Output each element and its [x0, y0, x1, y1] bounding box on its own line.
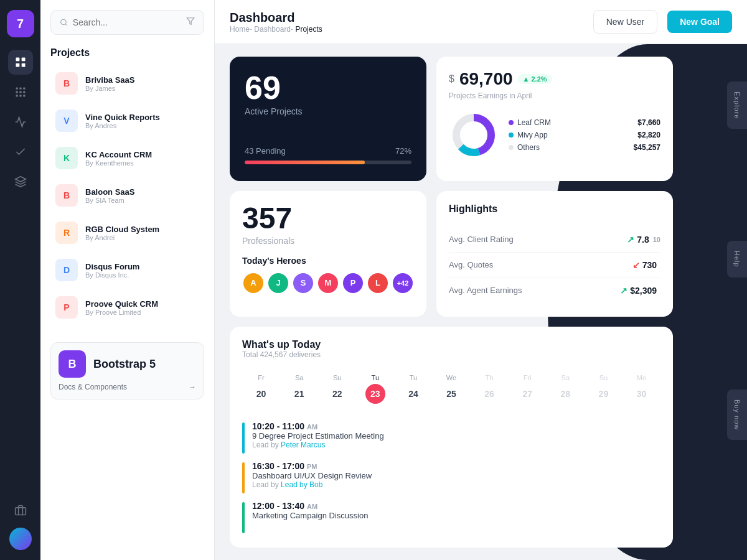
- svg-rect-9: [23, 91, 25, 93]
- nav-icon-apps[interactable]: [8, 80, 33, 105]
- main: Dashboard Home- Dashboard- Projects New …: [215, 0, 747, 560]
- project-name: KC Account CRM: [85, 150, 152, 159]
- event-lead: Lead by Peter Marcus: [252, 441, 384, 449]
- pending-label: 43 Pending: [245, 146, 286, 156]
- day-number: 20: [251, 384, 271, 404]
- event-time: 12:00 - 13:40 AM: [252, 501, 368, 511]
- project-list: B Briviba SaaS By James V Vine Quick Rep…: [50, 66, 204, 327]
- legend-name: Leaf CRM: [517, 118, 634, 127]
- legend-dot: [509, 145, 514, 150]
- event-time: 10:20 - 11:00 AM: [252, 421, 384, 431]
- project-info: Baloon SaaS By SIA Team: [85, 187, 134, 204]
- calendar-day[interactable]: Fri 27: [509, 369, 547, 409]
- project-logo: D: [55, 259, 78, 281]
- project-by: By Proove Limited: [85, 309, 158, 316]
- calendar-day[interactable]: Tu 23: [356, 369, 394, 409]
- calendar-day[interactable]: Sa 21: [280, 369, 318, 409]
- avatar: S: [292, 272, 314, 294]
- calendar-day[interactable]: Su 22: [318, 369, 356, 409]
- event-name: 9 Degree Project Estimation Meeting: [252, 431, 384, 441]
- help-tab[interactable]: Help: [727, 241, 747, 278]
- day-name: Sa: [549, 374, 582, 381]
- day-name: Su: [587, 374, 620, 381]
- nav-icon-chart[interactable]: [8, 110, 33, 134]
- sidebar: Projects B Briviba SaaS By James V Vine …: [40, 0, 215, 560]
- day-name: Th: [473, 374, 506, 381]
- project-info: KC Account CRM By Keenthemes: [85, 150, 152, 167]
- highlight-label: Avg. Agent Earnings: [449, 286, 522, 295]
- calendar-day[interactable]: Sa 28: [547, 369, 585, 409]
- user-avatar[interactable]: [9, 528, 32, 550]
- nav-icon-grid[interactable]: [8, 50, 33, 75]
- event-name: Dashboard UI/UX Design Review: [252, 471, 372, 480]
- project-item[interactable]: V Vine Quick Reports By Andres: [50, 103, 204, 138]
- nav-icon-briefcase[interactable]: [8, 498, 33, 523]
- nav-icon-check[interactable]: [8, 139, 33, 164]
- day-number: 26: [479, 384, 499, 404]
- search-input[interactable]: [73, 17, 181, 27]
- calendar-day[interactable]: Tu 24: [394, 369, 432, 409]
- project-item[interactable]: K KC Account CRM By Keenthemes: [50, 141, 204, 175]
- breadcrumb: Home- Dashboard- Projects: [230, 25, 583, 34]
- legend-dot: [509, 133, 514, 138]
- buy-now-tab[interactable]: Buy now: [727, 390, 747, 440]
- avatars-row: AJSMPL+42: [242, 272, 414, 294]
- calendar-day[interactable]: We 25: [432, 369, 470, 409]
- avatar: J: [267, 272, 289, 294]
- day-number: 28: [555, 384, 575, 404]
- right-sidebar: Explore Help Buy now: [629, 44, 747, 560]
- new-user-button[interactable]: New User: [593, 10, 657, 34]
- event-person-link[interactable]: Peter Marcus: [281, 441, 325, 449]
- day-name: Tu: [359, 374, 392, 381]
- event-details: 12:00 - 13:40 AM Marketing Campaign Disc…: [252, 501, 368, 520]
- content-wrapper: Explore Help Buy now 69 Active Projects …: [215, 44, 747, 560]
- svg-rect-3: [21, 63, 25, 67]
- day-name: Tu: [397, 374, 430, 381]
- project-logo: K: [55, 147, 78, 169]
- event-indicator: [242, 502, 245, 533]
- today-title: What's up Today: [242, 339, 660, 350]
- nav-icon-layers[interactable]: [8, 169, 33, 194]
- project-info: RGB Cloud System By Andrei: [85, 225, 159, 241]
- calendar-row: Fr 20 Sa 21 Su 22 Tu 23 Tu 24 We 25 Th 2…: [242, 369, 660, 409]
- active-projects-card: 69 Active Projects 43 Pending 72%: [230, 57, 426, 181]
- day-name: Fri: [511, 374, 544, 381]
- project-logo: P: [55, 296, 78, 319]
- highlight-label: Avg. Quotes: [449, 260, 493, 269]
- project-item[interactable]: P Proove Quick CRM By Proove Limited: [50, 290, 204, 325]
- filter-icon[interactable]: [186, 17, 195, 28]
- calendar-day[interactable]: Su 29: [585, 369, 622, 409]
- svg-rect-0: [16, 58, 19, 62]
- event-person-link[interactable]: Lead by Bob: [281, 480, 322, 489]
- explore-tab[interactable]: Explore: [727, 82, 747, 129]
- progress-fill: [245, 161, 365, 164]
- day-number: 25: [441, 384, 461, 404]
- page-title: Dashboard: [230, 11, 583, 25]
- calendar-day[interactable]: Fr 20: [242, 369, 280, 409]
- today-card: What's up Today Total 424,567 deliveries…: [230, 327, 673, 548]
- day-number: 22: [327, 384, 347, 404]
- project-item[interactable]: R RGB Cloud System By Andrei: [50, 215, 204, 250]
- progress-pct: 72%: [395, 146, 411, 156]
- svg-rect-10: [16, 95, 17, 96]
- logo-badge[interactable]: 7: [7, 10, 34, 37]
- project-item[interactable]: B Briviba SaaS By James: [50, 66, 204, 101]
- svg-rect-7: [16, 91, 17, 93]
- project-item[interactable]: D Disqus Forum By Disqus Inc.: [50, 253, 204, 287]
- pro-count: 357: [242, 203, 414, 233]
- new-goal-button[interactable]: New Goal: [667, 11, 732, 33]
- day-number: 24: [403, 384, 423, 404]
- project-logo: R: [55, 222, 78, 244]
- project-name: Briviba SaaS: [85, 75, 135, 85]
- project-item[interactable]: B Baloon SaaS By SIA Team: [50, 178, 204, 213]
- project-by: By Keenthemes: [85, 159, 152, 167]
- calendar-day[interactable]: Th 26: [471, 369, 509, 409]
- event-indicator: [242, 462, 245, 493]
- project-name: Vine Quick Reports: [85, 113, 160, 122]
- professionals-card: 357 Professionals Today's Heroes AJSMPL+…: [230, 191, 426, 317]
- svg-marker-13: [15, 177, 26, 182]
- earnings-value: 69,700: [459, 69, 513, 89]
- avatar: P: [342, 272, 364, 294]
- docs-link[interactable]: Docs & Components →: [59, 383, 196, 391]
- legend-name: Others: [517, 143, 630, 152]
